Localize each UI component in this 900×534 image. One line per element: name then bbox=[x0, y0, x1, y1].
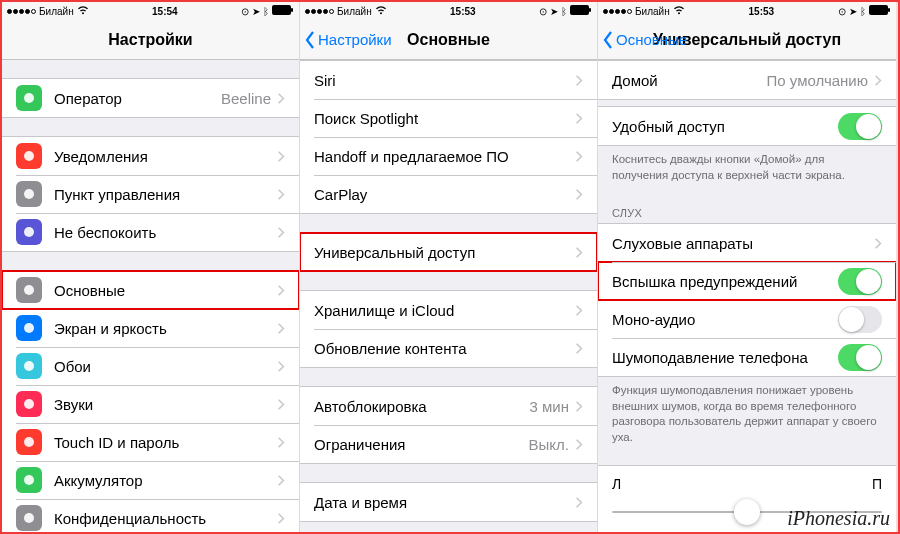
chevron-right-icon bbox=[575, 400, 583, 413]
screen-settings: Билайн 15:54 ⊙ ➤ ᛒ Настройки ОператорBee… bbox=[2, 2, 300, 532]
svg-rect-15 bbox=[869, 5, 888, 15]
carrier-label: Билайн bbox=[39, 6, 74, 17]
settings-row[interactable]: Звуки bbox=[2, 385, 299, 423]
settings-row[interactable]: ДомойПо умолчанию bbox=[598, 61, 896, 99]
svg-point-5 bbox=[24, 227, 34, 237]
slider-thumb[interactable] bbox=[734, 499, 760, 525]
back-button[interactable]: Основные bbox=[602, 31, 687, 49]
back-button[interactable]: Настройки bbox=[304, 31, 392, 49]
slider-left-label: Л bbox=[612, 476, 621, 492]
row-icon bbox=[16, 315, 42, 341]
row-label: Универсальный доступ bbox=[314, 244, 575, 261]
chevron-right-icon bbox=[575, 188, 583, 201]
row-label: Поиск Spotlight bbox=[314, 110, 575, 127]
settings-row[interactable]: Основные bbox=[2, 271, 299, 309]
svg-rect-14 bbox=[589, 8, 591, 12]
svg-rect-0 bbox=[272, 5, 291, 15]
settings-row[interactable]: Вспышка предупреждений bbox=[598, 262, 896, 300]
settings-row[interactable]: Поиск Spotlight bbox=[300, 99, 597, 137]
clock: 15:53 bbox=[749, 6, 775, 17]
settings-row[interactable]: Дата и время bbox=[300, 483, 597, 521]
svg-point-7 bbox=[24, 323, 34, 333]
chevron-right-icon bbox=[575, 342, 583, 355]
slider-right-label: П bbox=[872, 476, 882, 492]
settings-row[interactable]: Пункт управления bbox=[2, 175, 299, 213]
row-icon bbox=[16, 85, 42, 111]
settings-row[interactable]: Конфиденциальность bbox=[2, 499, 299, 532]
row-value: 3 мин bbox=[530, 398, 570, 415]
settings-row[interactable]: Шумоподавление телефона bbox=[598, 338, 896, 376]
chevron-right-icon bbox=[277, 436, 285, 449]
row-label: Конфиденциальность bbox=[54, 510, 277, 527]
svg-point-3 bbox=[24, 151, 34, 161]
row-label: Дата и время bbox=[314, 494, 575, 511]
chevron-right-icon bbox=[277, 92, 285, 105]
settings-row[interactable]: Handoff и предлагаемое ПО bbox=[300, 137, 597, 175]
settings-row[interactable]: Не беспокоить bbox=[2, 213, 299, 251]
settings-row[interactable]: ОграниченияВыкл. bbox=[300, 425, 597, 463]
settings-row[interactable]: Уведомления bbox=[2, 137, 299, 175]
svg-rect-16 bbox=[888, 8, 890, 12]
settings-row[interactable]: Обновление контента bbox=[300, 329, 597, 367]
settings-row[interactable]: Моно-аудио bbox=[598, 300, 896, 338]
settings-row[interactable]: Удобный доступ bbox=[598, 107, 896, 145]
row-label: Шумоподавление телефона bbox=[612, 349, 838, 366]
chevron-right-icon bbox=[575, 246, 583, 259]
row-label: Handoff и предлагаемое ПО bbox=[314, 148, 575, 165]
bluetooth-icon: ᛒ bbox=[263, 6, 269, 17]
row-value: Beeline bbox=[221, 90, 271, 107]
chevron-right-icon bbox=[575, 112, 583, 125]
row-label: Удобный доступ bbox=[612, 118, 838, 135]
settings-row[interactable]: Хранилище и iCloud bbox=[300, 291, 597, 329]
location-icon: ➤ bbox=[550, 6, 558, 17]
row-icon bbox=[16, 219, 42, 245]
settings-row[interactable]: Siri bbox=[300, 61, 597, 99]
settings-row[interactable]: Слуховые аппараты bbox=[598, 224, 896, 262]
row-icon bbox=[16, 505, 42, 531]
chevron-right-icon bbox=[277, 474, 285, 487]
settings-row[interactable]: ОператорBeeline bbox=[2, 79, 299, 117]
toggle-switch[interactable] bbox=[838, 113, 882, 140]
settings-row[interactable]: Автоблокировка3 мин bbox=[300, 387, 597, 425]
svg-point-2 bbox=[24, 93, 34, 103]
settings-row[interactable]: CarPlay bbox=[300, 175, 597, 213]
svg-rect-1 bbox=[291, 8, 293, 12]
group-header-hearing: СЛУХ bbox=[598, 203, 896, 223]
row-label: Аккумулятор bbox=[54, 472, 277, 489]
alarm-icon: ⊙ bbox=[241, 6, 249, 17]
signal-icon bbox=[305, 9, 334, 14]
clock: 15:53 bbox=[450, 6, 476, 17]
settings-row[interactable]: Аккумулятор bbox=[2, 461, 299, 499]
location-icon: ➤ bbox=[849, 6, 857, 17]
chevron-right-icon bbox=[277, 360, 285, 373]
carrier-label: Билайн bbox=[337, 6, 372, 17]
status-bar: Билайн 15:53 ⊙ ➤ ᛒ bbox=[598, 2, 896, 20]
screen-accessibility: Билайн 15:53 ⊙ ➤ ᛒ Основные Универсальны… bbox=[598, 2, 896, 532]
bluetooth-icon: ᛒ bbox=[860, 6, 866, 17]
row-icon bbox=[16, 391, 42, 417]
battery-icon bbox=[570, 5, 592, 17]
row-icon bbox=[16, 143, 42, 169]
toggle-switch[interactable] bbox=[838, 268, 882, 295]
row-label: Моно-аудио bbox=[612, 311, 838, 328]
location-icon: ➤ bbox=[252, 6, 260, 17]
svg-point-11 bbox=[24, 475, 34, 485]
row-label: CarPlay bbox=[314, 186, 575, 203]
toggle-switch[interactable] bbox=[838, 306, 882, 333]
bluetooth-icon: ᛒ bbox=[561, 6, 567, 17]
settings-row[interactable]: Универсальный доступ bbox=[300, 233, 597, 271]
nav-title: Основные bbox=[407, 31, 490, 49]
carrier-label: Билайн bbox=[635, 6, 670, 17]
svg-point-8 bbox=[24, 361, 34, 371]
settings-row[interactable]: Экран и яркость bbox=[2, 309, 299, 347]
chevron-right-icon bbox=[277, 322, 285, 335]
back-label: Настройки bbox=[318, 31, 392, 48]
chevron-right-icon bbox=[575, 304, 583, 317]
battery-icon bbox=[869, 5, 891, 17]
row-label: Экран и яркость bbox=[54, 320, 277, 337]
settings-row[interactable]: Touch ID и пароль bbox=[2, 423, 299, 461]
status-bar: Билайн 15:54 ⊙ ➤ ᛒ bbox=[2, 2, 299, 20]
toggle-switch[interactable] bbox=[838, 344, 882, 371]
settings-row[interactable]: Обои bbox=[2, 347, 299, 385]
svg-point-6 bbox=[24, 285, 34, 295]
